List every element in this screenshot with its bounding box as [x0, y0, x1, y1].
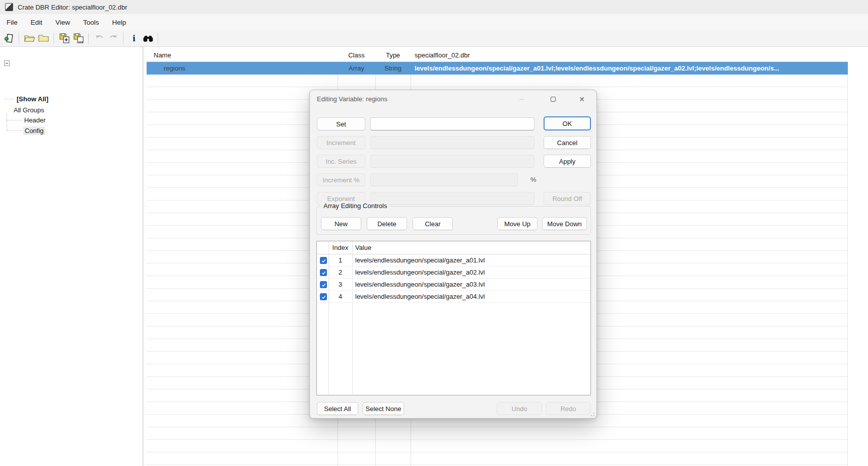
panel-splitter[interactable] [142, 47, 145, 466]
tree-connector [7, 130, 22, 131]
table-row-regions[interactable]: regions Array String levels/endlessdunge… [147, 62, 848, 75]
increment-pct-input[interactable] [370, 173, 518, 186]
tree-connector [4, 99, 14, 99]
cancel-button[interactable]: Cancel [544, 136, 591, 149]
menu-edit[interactable]: Edit [31, 19, 42, 26]
resize-grip[interactable] [588, 410, 594, 416]
menu-view[interactable]: View [55, 19, 70, 26]
clear-button[interactable]: Clear [413, 217, 453, 230]
dialog-title: Editing Variable: regions [317, 90, 387, 108]
maximize-icon [551, 97, 556, 102]
find-icon [142, 33, 155, 44]
select-none-button[interactable]: Select None [363, 402, 404, 415]
list-item[interactable]: 1 levels/endlessdungeon/special/gazer_a0… [317, 254, 590, 267]
set-value-input[interactable] [370, 117, 535, 130]
minimize-button[interactable] [510, 91, 533, 107]
save-as-button[interactable] [72, 32, 85, 45]
window-titlebar: Crate DBR Editor: specialfloor_02.dbr [0, 0, 868, 14]
editing-variable-dialog: Editing Variable: regions ✕ Set OK Incre… [309, 90, 597, 419]
menu-file[interactable]: File [7, 19, 18, 26]
list-header-index: Index [328, 241, 352, 254]
check-icon [321, 270, 326, 276]
tree-item-config[interactable]: Config [23, 126, 45, 135]
toolbar-separator [158, 33, 158, 44]
array-value-list: Index Value 1 levels/endlessdungeon/spec… [316, 241, 591, 395]
folder-button[interactable] [37, 32, 50, 45]
column-header-file[interactable]: specialfloor_02.dbr [415, 49, 470, 62]
menu-tools[interactable]: Tools [83, 19, 99, 26]
set-button[interactable]: Set [317, 117, 365, 130]
list-item[interactable]: 2 levels/endlessdungeon/special/gazer_a0… [317, 267, 590, 279]
list-item-index: 1 [328, 254, 352, 267]
menu-help[interactable]: Help [112, 19, 126, 26]
column-header-type[interactable]: Type [375, 49, 411, 62]
undo-dialog-button[interactable]: Undo [497, 402, 542, 415]
save-as-icon [73, 32, 85, 44]
minimize-icon [519, 99, 524, 100]
new-button[interactable]: New [321, 217, 361, 230]
list-item-value: levels/endlessdungeon/special/gazer_a04.… [355, 291, 485, 303]
find-button[interactable] [142, 32, 155, 45]
cell-name: regions [164, 62, 185, 75]
toolbar-separator [53, 33, 54, 44]
checkbox-checked[interactable] [320, 293, 327, 300]
toolbar: i [0, 30, 868, 47]
column-header-class[interactable]: Class [338, 49, 375, 62]
column-header-name[interactable]: Name [154, 49, 171, 62]
menu-bar: File Edit View Tools Help [0, 14, 868, 30]
undo-button[interactable] [93, 32, 106, 45]
table-header: Name Class Type specialfloor_02.dbr [147, 49, 848, 62]
checkbox-checked[interactable] [320, 281, 327, 288]
ok-button[interactable]: OK [544, 116, 591, 130]
undo-icon [94, 33, 105, 44]
list-item-value: levels/endlessdungeon/special/gazer_a03.… [355, 279, 485, 291]
tree-connector [7, 120, 22, 120]
window-title: Crate DBR Editor: specialfloor_02.dbr [18, 4, 127, 11]
list-item-value: levels/endlessdungeon/special/gazer_a02.… [355, 267, 485, 279]
toolbar-separator [123, 33, 123, 44]
dialog-titlebar: Editing Variable: regions ✕ [310, 90, 596, 108]
checkbox-checked[interactable] [320, 269, 327, 276]
round-off-button[interactable]: Round Off [544, 192, 591, 205]
apply-button[interactable]: Apply [544, 155, 591, 168]
move-down-button[interactable]: Move Down [542, 217, 587, 230]
redo-dialog-button[interactable]: Redo [546, 402, 591, 415]
list-header: Index Value [317, 241, 590, 254]
increment-pct-button[interactable]: Increment % [317, 173, 365, 186]
increment-input[interactable] [370, 136, 535, 149]
list-item-index: 3 [328, 279, 352, 291]
list-item-index: 4 [328, 291, 352, 303]
column-divider [847, 49, 848, 466]
inc-series-button[interactable]: Inc. Series [317, 155, 365, 168]
redo-button[interactable] [107, 32, 120, 45]
redo-icon [108, 33, 119, 44]
close-button[interactable]: ✕ [570, 91, 593, 107]
exponent-input[interactable] [370, 192, 535, 205]
move-up-button[interactable]: Move Up [497, 217, 538, 230]
inc-series-input[interactable] [370, 155, 535, 168]
checkbox-checked[interactable] [320, 257, 327, 264]
delete-button[interactable]: Delete [367, 217, 407, 230]
tree-item-all-groups[interactable]: All Groups [14, 106, 44, 114]
list-item-index: 2 [328, 267, 352, 279]
close-icon: ✕ [579, 96, 585, 103]
folder-icon [38, 33, 50, 44]
info-button[interactable]: i [127, 32, 141, 45]
cell-value: levels/endlessdungeon/special/gazer_a01.… [415, 62, 846, 75]
app-icon [5, 3, 13, 11]
new-record-button[interactable] [3, 32, 16, 45]
tree-expander-icon[interactable] [4, 60, 10, 66]
save-add-button[interactable] [58, 32, 71, 45]
maximize-button[interactable] [542, 91, 565, 107]
list-item[interactable]: 3 levels/endlessdungeon/special/gazer_a0… [317, 279, 590, 291]
tree-item-header[interactable]: Header [24, 116, 46, 124]
select-all-button[interactable]: Select All [317, 402, 358, 415]
check-icon [321, 294, 326, 300]
tree-item-show-all[interactable]: [Show All] [17, 95, 48, 103]
info-icon: i [128, 33, 140, 44]
list-item[interactable]: 4 levels/endlessdungeon/special/gazer_a0… [317, 291, 590, 303]
increment-button[interactable]: Increment [317, 136, 365, 149]
cell-class: Array [338, 62, 375, 75]
group-tree-panel: [Show All] All Groups Header Config [0, 47, 142, 466]
open-button[interactable] [23, 32, 36, 45]
